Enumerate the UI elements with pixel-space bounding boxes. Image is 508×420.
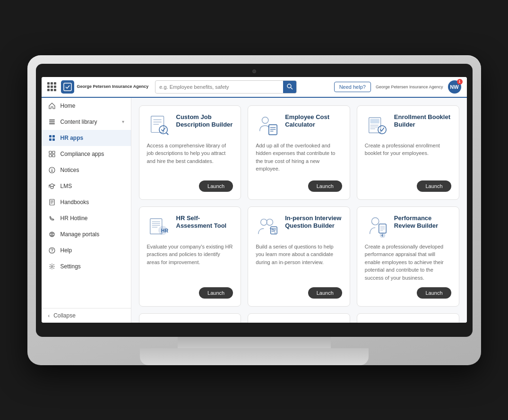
card-footer-custom-job: Launch <box>147 180 233 192</box>
svg-rect-0 <box>64 83 71 91</box>
company-name: George Petersen Insurance Agency <box>376 85 443 89</box>
sidebar-item-handbooks-label: Handbooks <box>60 199 124 206</box>
card-title-enrollment-booklet: Enrollment Booklet Builder <box>394 113 451 137</box>
svg-point-43 <box>378 125 386 133</box>
svg-point-52 <box>267 219 273 225</box>
content-area: Custom Job Description Builder Access a … <box>131 98 467 323</box>
svg-rect-8 <box>49 138 52 141</box>
svg-point-15 <box>52 169 52 170</box>
sidebar-item-content-library[interactable]: Content library ▾ <box>42 114 131 130</box>
card-title-hr-self-assessment: HR Self-Assessment Tool <box>176 214 233 238</box>
sidebar-item-compliance-apps-label: Compliance apps <box>60 151 124 157</box>
svg-line-32 <box>166 133 168 135</box>
search-input[interactable] <box>155 84 283 90</box>
card-title-salary-benchmarking: Salary Benchmarking <box>276 321 338 323</box>
launch-button-performance-review[interactable]: Launch <box>417 287 451 299</box>
avatar[interactable]: NW 1 <box>448 80 461 94</box>
card-title-interview-question: In-person Interview Question Builder <box>285 214 342 238</box>
hr-apps-icon <box>48 134 56 142</box>
svg-rect-13 <box>52 154 55 157</box>
sidebar-item-manage-portals[interactable]: Manage portals <box>42 226 131 242</box>
card-header-phone-interview: Phone Interview <box>147 321 233 323</box>
svg-text:HR: HR <box>161 228 168 233</box>
collapse-label: Collapse <box>53 312 76 319</box>
sidebar: Home Content library ▾ <box>42 98 131 323</box>
svg-point-33 <box>262 117 268 123</box>
sidebar-item-settings-label: Settings <box>60 263 124 270</box>
card-phone-interview: Phone Interview <box>139 313 241 323</box>
svg-rect-10 <box>49 151 52 154</box>
card-desc-custom-job: Access a comprehensive library of job de… <box>147 142 233 175</box>
sidebar-item-content-library-label: Content library <box>60 119 117 125</box>
svg-point-21 <box>50 232 54 237</box>
chevron-left-icon: ‹ <box>48 313 50 318</box>
card-footer-interview-question: Launch <box>256 287 342 299</box>
cards-grid: Custom Job Description Builder Access a … <box>139 105 459 323</box>
sidebar-item-home[interactable]: Home <box>42 98 131 114</box>
avatar-initials: NW <box>450 84 458 90</box>
logo-icon <box>61 80 74 94</box>
launch-button-custom-job[interactable]: Launch <box>199 180 233 192</box>
sidebar-item-notices-label: Notices <box>60 167 124 173</box>
sidebar-item-hr-hotline-label: HR Hotline <box>60 215 124 222</box>
card-salary-benchmarking: Salary Benchmarking <box>248 313 350 323</box>
card-footer-employee-cost: Launch <box>256 180 342 192</box>
card-header-custom-job: Custom Job Description Builder <box>147 113 233 137</box>
launch-button-employee-cost[interactable]: Launch <box>308 180 342 192</box>
svg-rect-7 <box>52 135 55 137</box>
sidebar-item-lms[interactable]: LMS <box>42 178 131 194</box>
card-icon-employee-cost <box>256 113 279 137</box>
top-bar: George Petersen Insurance Agency Need he… <box>42 77 467 98</box>
launch-button-enrollment-booklet[interactable]: Launch <box>417 180 451 192</box>
screen-bezel: George Petersen Insurance Agency Need he… <box>36 64 473 337</box>
card-desc-performance-review: Create a professionally developed perfor… <box>365 243 451 282</box>
app: George Petersen Insurance Agency Need he… <box>42 77 467 323</box>
sidebar-item-compliance-apps[interactable]: Compliance apps <box>42 146 131 162</box>
sidebar-item-hr-apps[interactable]: HR apps <box>42 130 131 146</box>
sidebar-item-help-label: Help <box>60 247 124 254</box>
card-header-interview-question: In-person Interview Question Builder <box>256 214 342 238</box>
sidebar-item-settings[interactable]: Settings <box>42 258 131 274</box>
sidebar-item-notices[interactable]: Notices <box>42 162 131 178</box>
card-icon-hr-self-assessment: HR <box>147 214 171 238</box>
list-icon <box>48 118 56 126</box>
card-sample-job: Sample Job <box>357 313 459 323</box>
card-title-custom-job: Custom Job Description Builder <box>176 113 233 137</box>
card-header-enrollment-booklet: Enrollment Booklet Builder <box>365 113 451 137</box>
svg-rect-9 <box>52 138 55 141</box>
svg-rect-6 <box>49 135 52 137</box>
collapse-button[interactable]: ‹ Collapse <box>42 308 131 323</box>
card-hr-self-assessment: HR HR Self-Assessment Tool Evaluate your… <box>139 206 241 307</box>
sidebar-item-help[interactable]: Help <box>42 242 131 258</box>
svg-point-51 <box>261 219 267 225</box>
svg-rect-4 <box>49 121 55 122</box>
home-icon <box>48 102 56 110</box>
apps-grid-icon[interactable] <box>47 82 56 91</box>
card-footer-hr-self-assessment: Launch <box>147 287 233 299</box>
svg-rect-34 <box>269 125 277 135</box>
sidebar-item-handbooks[interactable]: Handbooks <box>42 194 131 210</box>
stand-top <box>178 337 331 348</box>
sidebar-item-hr-apps-label: HR apps <box>60 135 124 141</box>
card-enrollment-booklet: Enrollment Booklet Builder Create a prof… <box>357 105 459 200</box>
card-performance-review: Performance Review Builder Create a prof… <box>357 206 459 307</box>
camera <box>252 69 256 73</box>
need-help-button[interactable]: Need help? <box>334 82 371 92</box>
card-icon-interview-question <box>256 214 279 238</box>
svg-rect-5 <box>49 123 55 124</box>
avatar-badge: 1 <box>457 79 463 85</box>
card-footer-enrollment-booklet: Launch <box>365 180 451 192</box>
card-desc-enrollment-booklet: Create a professional enrollment booklet… <box>365 142 451 175</box>
lms-icon <box>48 182 56 190</box>
sidebar-item-hr-hotline[interactable]: HR Hotline <box>42 210 131 226</box>
card-icon-custom-job <box>147 113 171 137</box>
launch-button-hr-self-assessment[interactable]: Launch <box>199 287 233 299</box>
card-employee-cost: Employee Cost Calculator Add up all of t… <box>248 105 350 200</box>
help-icon <box>48 247 56 254</box>
portals-icon <box>48 231 56 238</box>
search-button[interactable] <box>283 80 296 94</box>
settings-icon <box>48 263 56 270</box>
top-bar-right: Need help? George Petersen Insurance Age… <box>334 80 461 94</box>
launch-button-interview-question[interactable]: Launch <box>308 287 342 299</box>
search-icon <box>287 84 293 90</box>
